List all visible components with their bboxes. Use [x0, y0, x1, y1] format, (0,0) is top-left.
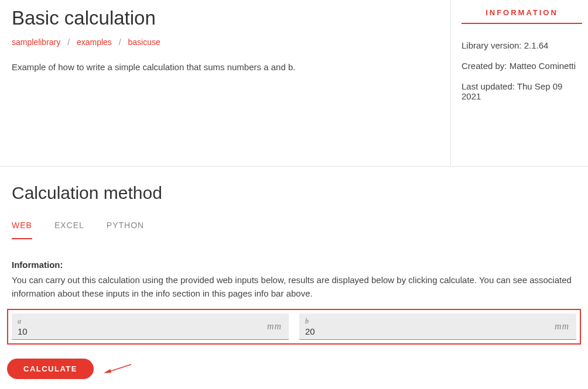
information-text: You can carry out this calculation using… — [12, 273, 576, 301]
method-title: Calculation method — [12, 183, 576, 203]
input-b-field[interactable]: b mm — [299, 314, 576, 340]
svg-marker-1 — [104, 369, 111, 373]
created-by: Created by: Matteo Cominetti — [461, 61, 582, 71]
input-a[interactable] — [18, 326, 230, 336]
tab-python[interactable]: PYTHON — [107, 221, 144, 239]
breadcrumb-sep: / — [119, 37, 121, 47]
input-b-unit: mm — [555, 321, 569, 332]
page-description: Example of how to write a simple calcula… — [12, 61, 439, 74]
input-a-unit: mm — [267, 321, 282, 332]
info-panel: INFORMATION Library version: 2.1.64 Crea… — [450, 0, 588, 166]
input-b-label: b — [305, 317, 570, 326]
last-updated: Last updated: Thu Sep 09 2021 — [461, 81, 582, 101]
arrow-icon — [102, 362, 132, 375]
info-heading: INFORMATION — [461, 8, 582, 24]
library-version: Library version: 2.1.64 — [461, 40, 582, 50]
input-b[interactable] — [305, 326, 517, 336]
information-subhead: Information: — [12, 260, 576, 270]
breadcrumb-sep: / — [67, 37, 70, 47]
tab-web[interactable]: WEB — [12, 221, 32, 239]
input-row: a mm b mm — [7, 309, 581, 345]
svg-line-0 — [108, 364, 131, 372]
calculate-button[interactable]: CALCULATE — [7, 359, 94, 379]
breadcrumb-item-1[interactable]: examples — [77, 37, 112, 47]
tab-bar: WEB EXCEL PYTHON — [12, 221, 576, 240]
page-title: Basic calculation — [12, 7, 439, 29]
breadcrumb: samplelibrary / examples / basicuse — [12, 37, 439, 47]
tab-excel[interactable]: EXCEL — [54, 221, 84, 239]
breadcrumb-item-0[interactable]: samplelibrary — [12, 37, 60, 47]
input-a-field[interactable]: a mm — [12, 314, 289, 340]
input-a-label: a — [18, 317, 283, 326]
breadcrumb-item-2[interactable]: basicuse — [128, 37, 160, 47]
